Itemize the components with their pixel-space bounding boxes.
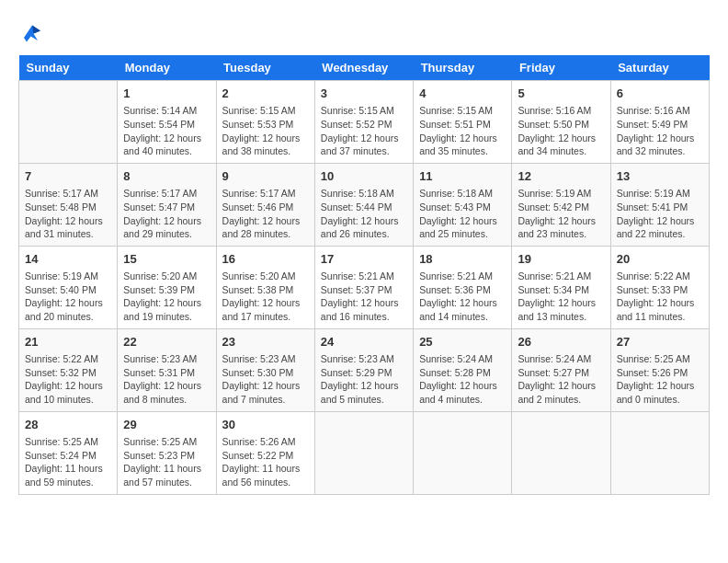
cell-daylight-info: Sunrise: 5:23 AM Sunset: 5:29 PM Dayligh…: [321, 352, 407, 407]
cell-daylight-info: Sunrise: 5:16 AM Sunset: 5:50 PM Dayligh…: [518, 104, 604, 158]
calendar-cell: 3Sunrise: 5:15 AM Sunset: 5:52 PM Daylig…: [314, 81, 413, 164]
cell-daylight-info: Sunrise: 5:22 AM Sunset: 5:33 PM Dayligh…: [617, 270, 703, 324]
cell-daylight-info: Sunrise: 5:17 AM Sunset: 5:48 PM Dayligh…: [25, 187, 111, 241]
calendar-header-row: SundayMondayTuesdayWednesdayThursdayFrid…: [19, 55, 710, 81]
calendar-cell: 25Sunrise: 5:24 AM Sunset: 5:28 PM Dayli…: [414, 328, 512, 411]
cell-daylight-info: Sunrise: 5:15 AM Sunset: 5:53 PM Dayligh…: [222, 104, 309, 158]
calendar-cell: [414, 411, 512, 494]
svg-marker-0: [24, 26, 40, 42]
calendar-cell: 4Sunrise: 5:15 AM Sunset: 5:51 PM Daylig…: [414, 81, 512, 164]
calendar-cell: 9Sunrise: 5:17 AM Sunset: 5:46 PM Daylig…: [216, 163, 314, 246]
cell-daylight-info: Sunrise: 5:17 AM Sunset: 5:46 PM Dayligh…: [222, 187, 309, 241]
date-number: 5: [518, 86, 604, 102]
date-number: 23: [222, 334, 309, 350]
calendar-cell: 19Sunrise: 5:21 AM Sunset: 5:34 PM Dayli…: [512, 246, 610, 328]
cell-daylight-info: Sunrise: 5:21 AM Sunset: 5:37 PM Dayligh…: [321, 270, 407, 324]
date-number: 30: [222, 417, 309, 433]
calendar-cell: 24Sunrise: 5:23 AM Sunset: 5:29 PM Dayli…: [314, 328, 413, 411]
calendar-cell: 8Sunrise: 5:17 AM Sunset: 5:47 PM Daylig…: [118, 163, 216, 246]
date-number: 17: [321, 251, 407, 268]
calendar-cell: 16Sunrise: 5:20 AM Sunset: 5:38 PM Dayli…: [216, 246, 314, 328]
calendar-week-5: 28Sunrise: 5:25 AM Sunset: 5:24 PM Dayli…: [19, 411, 710, 494]
day-header-monday: Monday: [118, 55, 216, 81]
date-number: 29: [123, 417, 210, 433]
date-number: 22: [123, 334, 210, 350]
cell-daylight-info: Sunrise: 5:21 AM Sunset: 5:36 PM Dayligh…: [419, 270, 506, 324]
date-number: 8: [123, 168, 210, 185]
calendar-cell: 12Sunrise: 5:19 AM Sunset: 5:42 PM Dayli…: [512, 163, 610, 246]
calendar-cell: 15Sunrise: 5:20 AM Sunset: 5:39 PM Dayli…: [118, 246, 216, 328]
date-number: 3: [321, 86, 407, 102]
cell-daylight-info: Sunrise: 5:23 AM Sunset: 5:31 PM Dayligh…: [123, 352, 210, 407]
cell-daylight-info: Sunrise: 5:26 AM Sunset: 5:22 PM Dayligh…: [222, 435, 309, 489]
calendar-table: SundayMondayTuesdayWednesdayThursdayFrid…: [18, 55, 710, 495]
cell-daylight-info: Sunrise: 5:18 AM Sunset: 5:43 PM Dayligh…: [419, 187, 506, 241]
cell-daylight-info: Sunrise: 5:17 AM Sunset: 5:47 PM Dayligh…: [123, 187, 210, 241]
calendar-cell: 22Sunrise: 5:23 AM Sunset: 5:31 PM Dayli…: [118, 328, 216, 411]
calendar-cell: 2Sunrise: 5:15 AM Sunset: 5:53 PM Daylig…: [216, 81, 314, 164]
calendar-week-4: 21Sunrise: 5:22 AM Sunset: 5:32 PM Dayli…: [19, 328, 710, 411]
calendar-cell: 11Sunrise: 5:18 AM Sunset: 5:43 PM Dayli…: [414, 163, 512, 246]
cell-daylight-info: Sunrise: 5:20 AM Sunset: 5:38 PM Dayligh…: [222, 270, 309, 324]
calendar-cell: 21Sunrise: 5:22 AM Sunset: 5:32 PM Dayli…: [19, 328, 118, 411]
calendar-week-1: 1Sunrise: 5:14 AM Sunset: 5:54 PM Daylig…: [19, 81, 710, 164]
date-number: 18: [419, 251, 506, 268]
calendar-cell: 27Sunrise: 5:25 AM Sunset: 5:26 PM Dayli…: [610, 328, 709, 411]
date-number: 12: [518, 168, 604, 185]
day-header-tuesday: Tuesday: [216, 55, 314, 81]
page-header: [18, 18, 710, 46]
date-number: 2: [222, 86, 309, 102]
calendar-cell: 17Sunrise: 5:21 AM Sunset: 5:37 PM Dayli…: [314, 246, 413, 328]
date-number: 28: [25, 417, 111, 433]
date-number: 19: [518, 251, 604, 268]
date-number: 7: [25, 168, 111, 185]
calendar-cell: 29Sunrise: 5:25 AM Sunset: 5:23 PM Dayli…: [118, 411, 216, 494]
cell-daylight-info: Sunrise: 5:18 AM Sunset: 5:44 PM Dayligh…: [321, 187, 407, 241]
cell-daylight-info: Sunrise: 5:16 AM Sunset: 5:49 PM Dayligh…: [617, 104, 703, 158]
date-number: 1: [123, 86, 210, 102]
calendar-cell: 6Sunrise: 5:16 AM Sunset: 5:49 PM Daylig…: [610, 81, 709, 164]
cell-daylight-info: Sunrise: 5:22 AM Sunset: 5:32 PM Dayligh…: [25, 352, 111, 407]
day-header-sunday: Sunday: [19, 55, 118, 81]
day-header-friday: Friday: [512, 55, 610, 81]
calendar-cell: 30Sunrise: 5:26 AM Sunset: 5:22 PM Dayli…: [216, 411, 314, 494]
date-number: 4: [419, 86, 506, 102]
cell-daylight-info: Sunrise: 5:25 AM Sunset: 5:24 PM Dayligh…: [25, 435, 111, 489]
calendar-cell: [512, 411, 610, 494]
calendar-cell: 13Sunrise: 5:19 AM Sunset: 5:41 PM Dayli…: [610, 163, 709, 246]
date-number: 6: [617, 86, 703, 102]
cell-daylight-info: Sunrise: 5:19 AM Sunset: 5:40 PM Dayligh…: [25, 270, 111, 324]
cell-daylight-info: Sunrise: 5:20 AM Sunset: 5:39 PM Dayligh…: [123, 270, 210, 324]
calendar-cell: 10Sunrise: 5:18 AM Sunset: 5:44 PM Dayli…: [314, 163, 413, 246]
cell-daylight-info: Sunrise: 5:25 AM Sunset: 5:26 PM Dayligh…: [617, 352, 703, 407]
logo-icon: [18, 18, 46, 46]
calendar-cell: 14Sunrise: 5:19 AM Sunset: 5:40 PM Dayli…: [19, 246, 118, 328]
date-number: 9: [222, 168, 309, 185]
date-number: 11: [419, 168, 506, 185]
date-number: 15: [123, 251, 210, 268]
calendar-cell: 7Sunrise: 5:17 AM Sunset: 5:48 PM Daylig…: [19, 163, 118, 246]
svg-marker-1: [32, 26, 40, 34]
cell-daylight-info: Sunrise: 5:19 AM Sunset: 5:41 PM Dayligh…: [617, 187, 703, 241]
date-number: 14: [25, 251, 111, 268]
calendar-cell: [610, 411, 709, 494]
date-number: 26: [518, 334, 604, 350]
date-number: 10: [321, 168, 407, 185]
cell-daylight-info: Sunrise: 5:14 AM Sunset: 5:54 PM Dayligh…: [123, 104, 210, 158]
cell-daylight-info: Sunrise: 5:23 AM Sunset: 5:30 PM Dayligh…: [222, 352, 309, 407]
calendar-cell: [314, 411, 413, 494]
cell-daylight-info: Sunrise: 5:19 AM Sunset: 5:42 PM Dayligh…: [518, 187, 604, 241]
date-number: 25: [419, 334, 506, 350]
day-header-thursday: Thursday: [414, 55, 512, 81]
cell-daylight-info: Sunrise: 5:15 AM Sunset: 5:51 PM Dayligh…: [419, 104, 506, 158]
date-number: 13: [617, 168, 703, 185]
logo: [18, 18, 51, 46]
calendar-cell: 20Sunrise: 5:22 AM Sunset: 5:33 PM Dayli…: [610, 246, 709, 328]
calendar-cell: 28Sunrise: 5:25 AM Sunset: 5:24 PM Dayli…: [19, 411, 118, 494]
calendar-cell: [19, 81, 118, 164]
cell-daylight-info: Sunrise: 5:24 AM Sunset: 5:27 PM Dayligh…: [518, 352, 604, 407]
calendar-cell: 23Sunrise: 5:23 AM Sunset: 5:30 PM Dayli…: [216, 328, 314, 411]
calendar-cell: 1Sunrise: 5:14 AM Sunset: 5:54 PM Daylig…: [118, 81, 216, 164]
day-header-saturday: Saturday: [610, 55, 709, 81]
calendar-cell: 26Sunrise: 5:24 AM Sunset: 5:27 PM Dayli…: [512, 328, 610, 411]
